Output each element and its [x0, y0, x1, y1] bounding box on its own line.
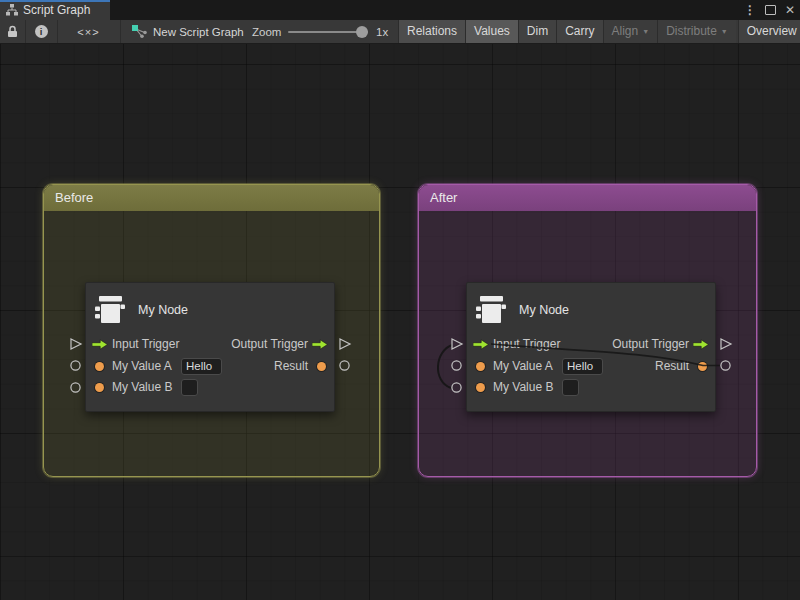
tab-title: Script Graph — [23, 3, 90, 17]
lock-button[interactable] — [0, 20, 25, 43]
output-trigger-port[interactable] — [312, 339, 328, 350]
trigger-row: Input Trigger Output Trigger — [86, 334, 334, 355]
value-b-row: My Value B — [467, 377, 715, 398]
graph-hierarchy-icon — [6, 4, 18, 16]
toolbar-separator — [120, 20, 121, 43]
result-label: Result — [655, 356, 689, 377]
values-toggle[interactable]: Values — [465, 20, 518, 43]
window-controls: ⋮ ✕ — [744, 0, 795, 20]
value-b-label: My Value B — [493, 377, 553, 398]
zoom-slider-handle[interactable] — [356, 26, 368, 38]
code-icon: <×> — [77, 26, 99, 38]
value-b-label: My Value B — [112, 377, 172, 398]
graph-asset-icon — [132, 25, 147, 38]
value-a-label: My Value A — [112, 356, 172, 377]
relations-toggle[interactable]: Relations — [398, 20, 465, 43]
code-preview-button[interactable]: <×> — [57, 20, 120, 43]
maximize-icon[interactable] — [765, 5, 776, 15]
value-b-port[interactable] — [95, 383, 104, 392]
result-port[interactable] — [698, 362, 707, 371]
result-label: Result — [274, 356, 308, 377]
value-b-port[interactable] — [476, 383, 485, 392]
output-trigger-label: Output Trigger — [231, 334, 308, 355]
dim-toggle[interactable]: Dim — [518, 20, 556, 43]
tab-script-graph[interactable]: Script Graph — [0, 0, 110, 20]
result-port[interactable] — [317, 362, 326, 371]
script-graph-window: Script Graph ⋮ ✕ i <×> — [0, 0, 800, 600]
lock-icon — [7, 25, 18, 38]
output-trigger-port[interactable] — [693, 339, 709, 350]
unit-node-icon — [476, 296, 506, 323]
value-a-row: My Value A Hello Result — [86, 356, 334, 377]
trigger-row: Input Trigger Output Trigger — [467, 334, 715, 355]
graph-breadcrumb[interactable]: New Script Graph — [128, 20, 248, 43]
graph-toolbar: i <×> New Script Graph Zoom 1x Relations… — [0, 20, 800, 44]
zoom-label: Zoom — [252, 20, 281, 43]
my-node-before[interactable]: My Node Input Trigger Output Trigger My … — [85, 282, 335, 412]
value-b-row: My Value B — [86, 377, 334, 398]
value-a-label: My Value A — [493, 356, 553, 377]
value-a-port[interactable] — [476, 362, 485, 371]
overview-button[interactable]: Overview — [738, 20, 800, 43]
value-a-input[interactable]: Hello — [181, 358, 222, 375]
unit-node-icon — [95, 296, 125, 323]
graph-canvas[interactable]: Before After My Node Input Trigger Outpu… — [0, 44, 800, 600]
window-menu-icon[interactable]: ⋮ — [744, 0, 756, 20]
value-b-input[interactable] — [562, 379, 579, 396]
carry-toggle[interactable]: Carry — [556, 20, 602, 43]
input-trigger-port[interactable] — [473, 339, 489, 350]
node-title: My Node — [519, 303, 569, 317]
input-trigger-label: Input Trigger — [493, 334, 560, 355]
zoom-value: 1x — [376, 20, 388, 43]
input-trigger-label: Input Trigger — [112, 334, 179, 355]
info-button[interactable]: i — [25, 20, 57, 43]
toolbar-toggle-buttons: Relations Values Dim Carry Align▼ Distri… — [398, 20, 800, 43]
node-title: My Node — [138, 303, 188, 317]
distribute-dropdown[interactable]: Distribute▼ — [657, 20, 736, 43]
chevron-down-icon: ▼ — [721, 20, 728, 43]
value-b-input[interactable] — [181, 379, 198, 396]
value-a-row: My Value A Hello Result — [467, 356, 715, 377]
close-icon[interactable]: ✕ — [785, 0, 795, 20]
my-node-after[interactable]: My Node Input Trigger Output Trigger My … — [466, 282, 716, 412]
align-dropdown[interactable]: Align▼ — [603, 20, 658, 43]
group-before-header[interactable]: Before — [44, 185, 379, 211]
group-after-header[interactable]: After — [419, 185, 756, 211]
value-a-port[interactable] — [95, 362, 104, 371]
output-trigger-label: Output Trigger — [612, 334, 689, 355]
value-a-input[interactable]: Hello — [562, 358, 603, 375]
chevron-down-icon: ▼ — [642, 20, 649, 43]
node-header: My Node — [86, 283, 334, 323]
input-trigger-port[interactable] — [92, 339, 108, 350]
title-bar: Script Graph ⋮ ✕ — [0, 0, 800, 20]
node-header: My Node — [467, 283, 715, 323]
graph-name-label: New Script Graph — [153, 26, 244, 38]
info-icon: i — [35, 25, 48, 38]
